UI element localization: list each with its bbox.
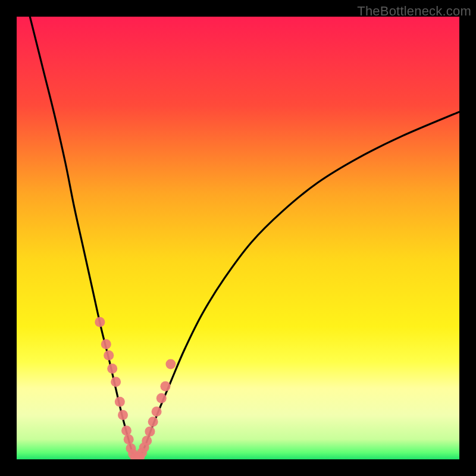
marker-point <box>145 427 155 437</box>
chart-svg <box>17 17 459 459</box>
plot-area <box>17 17 459 459</box>
marker-point <box>115 397 125 407</box>
marker-point <box>111 377 121 387</box>
watermark-label: TheBottleneck.com <box>357 4 471 19</box>
marker-point <box>107 364 117 374</box>
marker-point <box>121 425 131 436</box>
marker-point <box>142 436 152 446</box>
marker-point <box>95 317 105 327</box>
marker-point <box>165 359 176 369</box>
marker-point <box>104 350 114 361</box>
marker-point <box>160 381 170 392</box>
marker-point <box>152 406 162 416</box>
marker-point <box>156 393 167 403</box>
marker-point <box>101 339 111 349</box>
chart-frame: TheBottleneck.com <box>0 0 476 476</box>
marker-point <box>124 434 134 444</box>
marker-point <box>118 410 128 420</box>
gradient-background <box>17 17 459 459</box>
marker-point <box>148 416 158 427</box>
